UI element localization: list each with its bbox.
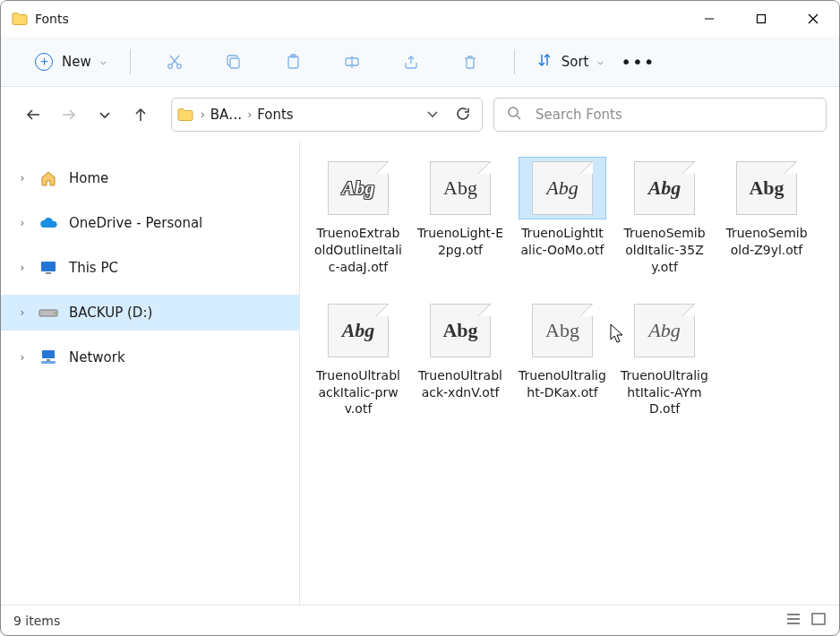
svg-rect-21 (47, 359, 50, 361)
paste-icon[interactable] (275, 46, 311, 78)
delete-icon[interactable] (452, 46, 488, 78)
sidebar-item-label: OneDrive - Personal (69, 215, 202, 231)
file-item[interactable]: Abg TruenoLightItalic-OoMo.otf (513, 153, 612, 279)
sidebar-item[interactable]: › BACKUP (D:) (1, 295, 299, 331)
titlebar: Fonts (1, 1, 839, 37)
refresh-button[interactable] (450, 106, 476, 125)
forward-button[interactable] (56, 102, 81, 127)
file-name: TruenoUltralightItalic-AYmD.otf (621, 367, 708, 418)
file-name: TruenoLightItalic-OoMo.otf (519, 225, 606, 259)
svg-rect-8 (230, 58, 239, 68)
separator (130, 49, 131, 74)
chevron-right-icon[interactable]: › (197, 108, 209, 121)
chevron-right-icon[interactable]: › (17, 306, 28, 319)
chevron-right-icon[interactable]: › (17, 217, 28, 229)
minimize-button[interactable] (683, 1, 735, 37)
up-button[interactable] (128, 102, 153, 127)
share-icon[interactable] (393, 46, 429, 78)
breadcrumb-seg[interactable]: Fonts (257, 107, 293, 123)
svg-line-6 (171, 56, 179, 64)
item-count: 9 items (13, 614, 60, 628)
window-title: Fonts (35, 12, 69, 26)
new-label: New (62, 54, 91, 70)
sidebar-item-label: This PC (69, 260, 118, 276)
folder-icon (177, 107, 193, 122)
svg-point-14 (509, 107, 518, 116)
cut-icon[interactable] (157, 46, 193, 78)
file-item[interactable]: Abg TruenoUltrablack-xdnV.otf (411, 296, 510, 422)
file-name: TruenoSemibold-Z9yl.otf (723, 225, 810, 259)
chevron-down-icon: ⌵ (597, 56, 604, 67)
svg-rect-22 (41, 361, 56, 364)
breadcrumb: › BA… › Fonts (197, 107, 416, 123)
sort-icon (536, 52, 553, 72)
sidebar-item[interactable]: › OneDrive - Personal (1, 205, 299, 241)
file-name: TruenoSemiboldItalic-35Zy.otf (621, 225, 708, 276)
sort-button[interactable]: Sort ⌵ (531, 48, 610, 75)
sidebar-item-label: Network (69, 349, 125, 365)
content-pane[interactable]: Abg TruenoExtraboldOutlineItalic-adaJ.ot… (300, 142, 839, 605)
chevron-right-icon[interactable]: › (17, 351, 28, 364)
onedrive-icon (39, 213, 58, 233)
svg-rect-17 (46, 272, 51, 274)
chevron-right-icon[interactable]: › (17, 262, 28, 274)
file-item[interactable]: Abg TruenoSemiboldItalic-35Zy.otf (615, 153, 714, 279)
font-thumb: Abg (634, 304, 695, 357)
copy-icon[interactable] (216, 46, 252, 78)
window-controls (683, 1, 839, 37)
icons-view-button[interactable] (810, 612, 827, 629)
svg-rect-26 (812, 614, 825, 624)
file-item[interactable]: Abg TruenoUltralightItalic-AYmD.otf (615, 296, 714, 422)
file-item[interactable]: Abg TruenoSemibold-Z9yl.otf (717, 153, 816, 279)
drive-icon (39, 303, 58, 322)
address-dropdown-icon[interactable] (419, 107, 446, 123)
sort-label: Sort (561, 54, 589, 70)
new-button[interactable]: ＋ New ⌵ (28, 49, 114, 74)
file-item[interactable]: Abg TruenoUltrablackItalic-prwv.otf (309, 296, 407, 422)
font-thumb: Abg (634, 161, 695, 215)
details-view-button[interactable] (785, 612, 801, 629)
font-thumb: Abg (430, 161, 491, 215)
back-button[interactable] (21, 102, 46, 127)
font-thumb: Abg (532, 161, 593, 215)
chevron-right-icon[interactable]: › (244, 108, 255, 121)
search-input[interactable] (534, 106, 813, 124)
font-thumb: Abg (328, 304, 389, 357)
file-item[interactable]: Abg TruenoExtraboldOutlineItalic-adaJ.ot… (309, 153, 407, 279)
svg-point-19 (54, 313, 56, 314)
svg-line-7 (170, 56, 178, 64)
search-icon (507, 106, 521, 124)
network-icon (39, 348, 58, 367)
font-thumb: Abg (736, 161, 797, 215)
sidebar-item[interactable]: › This PC (1, 250, 299, 286)
recent-button[interactable] (92, 102, 117, 127)
monitor-icon (39, 258, 58, 278)
breadcrumb-seg[interactable]: BA… (210, 107, 243, 123)
sidebar-item[interactable]: › Home (1, 160, 299, 196)
maximize-button[interactable] (735, 1, 787, 37)
navbar: › BA… › Fonts (1, 87, 839, 142)
rename-icon[interactable] (334, 46, 370, 78)
svg-rect-16 (41, 262, 56, 271)
font-thumb: Abg (430, 304, 491, 357)
file-item[interactable]: Abg TruenoLight-E2pg.otf (411, 153, 510, 279)
sidebar: › Home› OneDrive - Personal› This PC› BA… (1, 142, 300, 605)
statusbar: 9 items (1, 605, 839, 635)
svg-rect-20 (42, 350, 55, 358)
font-thumb: Abg (532, 304, 593, 357)
search-box[interactable] (493, 98, 827, 132)
toolbar: ＋ New ⌵ Sort ⌵ ••• (1, 37, 839, 87)
sidebar-item[interactable]: › Network (1, 339, 299, 375)
address-bar[interactable]: › BA… › Fonts (171, 98, 483, 132)
chevron-right-icon[interactable]: › (17, 172, 28, 185)
chevron-down-icon: ⌵ (100, 56, 107, 67)
svg-rect-9 (288, 56, 298, 68)
svg-point-4 (167, 64, 172, 68)
file-item[interactable]: Abg TruenoUltralight-DKax.otf (513, 296, 612, 422)
more-button[interactable]: ••• (620, 51, 656, 73)
plus-icon: ＋ (35, 53, 53, 71)
file-name: TruenoExtraboldOutlineItalic-adaJ.otf (314, 225, 402, 276)
file-name: TruenoLight-E2pg.otf (416, 225, 504, 259)
close-button[interactable] (787, 1, 839, 37)
file-name: TruenoUltrablackItalic-prwv.otf (314, 367, 402, 418)
